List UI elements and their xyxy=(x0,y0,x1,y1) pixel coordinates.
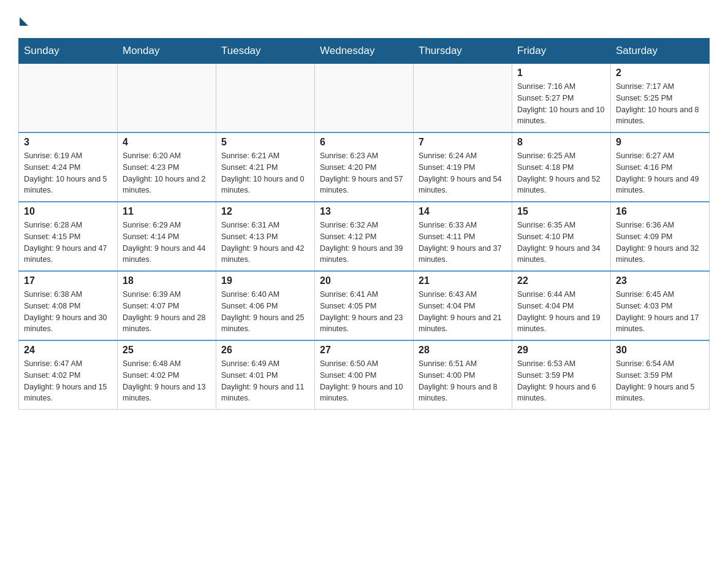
logo-arrow-icon xyxy=(20,17,28,26)
day-number: 29 xyxy=(517,345,605,356)
calendar-cell xyxy=(315,64,414,133)
calendar-cell: 13Sunrise: 6:32 AM Sunset: 4:12 PM Dayli… xyxy=(315,202,414,271)
calendar-cell: 18Sunrise: 6:39 AM Sunset: 4:07 PM Dayli… xyxy=(118,271,216,340)
calendar-cell: 8Sunrise: 6:25 AM Sunset: 4:18 PM Daylig… xyxy=(512,132,611,202)
calendar-cell: 20Sunrise: 6:41 AM Sunset: 4:05 PM Dayli… xyxy=(315,271,414,340)
day-info: Sunrise: 6:29 AM Sunset: 4:14 PM Dayligh… xyxy=(123,220,211,266)
calendar-cell xyxy=(118,64,216,133)
day-number: 10 xyxy=(24,206,112,217)
day-info: Sunrise: 6:53 AM Sunset: 3:59 PM Dayligh… xyxy=(517,358,605,404)
day-number: 11 xyxy=(123,206,211,217)
day-info: Sunrise: 6:54 AM Sunset: 3:59 PM Dayligh… xyxy=(616,358,704,404)
calendar-cell xyxy=(216,64,315,133)
day-number: 18 xyxy=(123,275,211,286)
calendar-cell: 17Sunrise: 6:38 AM Sunset: 4:08 PM Dayli… xyxy=(19,271,118,340)
day-info: Sunrise: 6:47 AM Sunset: 4:02 PM Dayligh… xyxy=(24,358,112,404)
day-number: 5 xyxy=(221,137,309,148)
calendar-cell: 26Sunrise: 6:49 AM Sunset: 4:01 PM Dayli… xyxy=(216,340,315,410)
day-number: 15 xyxy=(517,206,605,217)
day-number: 23 xyxy=(616,275,704,286)
day-info: Sunrise: 6:21 AM Sunset: 4:21 PM Dayligh… xyxy=(221,150,309,196)
day-number: 26 xyxy=(221,345,309,356)
day-number: 19 xyxy=(221,275,309,286)
calendar-week-row: 24Sunrise: 6:47 AM Sunset: 4:02 PM Dayli… xyxy=(19,340,710,410)
calendar-week-row: 17Sunrise: 6:38 AM Sunset: 4:08 PM Dayli… xyxy=(19,271,710,340)
calendar-cell: 21Sunrise: 6:43 AM Sunset: 4:04 PM Dayli… xyxy=(414,271,512,340)
day-info: Sunrise: 7:17 AM Sunset: 5:25 PM Dayligh… xyxy=(616,81,704,127)
day-info: Sunrise: 6:23 AM Sunset: 4:20 PM Dayligh… xyxy=(320,150,408,196)
day-info: Sunrise: 6:44 AM Sunset: 4:04 PM Dayligh… xyxy=(517,289,605,335)
day-number: 13 xyxy=(320,206,408,217)
calendar-weekday-saturday: Saturday xyxy=(611,39,710,64)
calendar-cell: 5Sunrise: 6:21 AM Sunset: 4:21 PM Daylig… xyxy=(216,132,315,202)
calendar-cell: 2Sunrise: 7:17 AM Sunset: 5:25 PM Daylig… xyxy=(611,64,710,133)
day-info: Sunrise: 6:27 AM Sunset: 4:16 PM Dayligh… xyxy=(616,150,704,196)
logo xyxy=(18,12,28,26)
day-info: Sunrise: 6:38 AM Sunset: 4:08 PM Dayligh… xyxy=(24,289,112,335)
day-number: 16 xyxy=(616,206,704,217)
day-info: Sunrise: 6:20 AM Sunset: 4:23 PM Dayligh… xyxy=(123,150,211,196)
calendar-cell xyxy=(414,64,512,133)
day-info: Sunrise: 6:32 AM Sunset: 4:12 PM Dayligh… xyxy=(320,220,408,266)
calendar-cell: 25Sunrise: 6:48 AM Sunset: 4:02 PM Dayli… xyxy=(118,340,216,410)
day-info: Sunrise: 6:24 AM Sunset: 4:19 PM Dayligh… xyxy=(419,150,507,196)
calendar-cell: 1Sunrise: 7:16 AM Sunset: 5:27 PM Daylig… xyxy=(512,64,611,133)
day-number: 14 xyxy=(419,206,507,217)
calendar-weekday-tuesday: Tuesday xyxy=(216,39,315,64)
calendar-cell xyxy=(19,64,118,133)
day-number: 30 xyxy=(616,345,704,356)
calendar-cell: 14Sunrise: 6:33 AM Sunset: 4:11 PM Dayli… xyxy=(414,202,512,271)
day-info: Sunrise: 6:43 AM Sunset: 4:04 PM Dayligh… xyxy=(419,289,507,335)
page-header xyxy=(18,12,710,26)
calendar-week-row: 3Sunrise: 6:19 AM Sunset: 4:24 PM Daylig… xyxy=(19,132,710,202)
calendar-cell: 24Sunrise: 6:47 AM Sunset: 4:02 PM Dayli… xyxy=(19,340,118,410)
day-number: 8 xyxy=(517,137,605,148)
day-info: Sunrise: 6:50 AM Sunset: 4:00 PM Dayligh… xyxy=(320,358,408,404)
day-number: 6 xyxy=(320,137,408,148)
day-number: 21 xyxy=(419,275,507,286)
calendar-cell: 19Sunrise: 6:40 AM Sunset: 4:06 PM Dayli… xyxy=(216,271,315,340)
day-number: 25 xyxy=(123,345,211,356)
day-number: 3 xyxy=(24,137,112,148)
day-info: Sunrise: 6:33 AM Sunset: 4:11 PM Dayligh… xyxy=(419,220,507,266)
calendar-cell: 29Sunrise: 6:53 AM Sunset: 3:59 PM Dayli… xyxy=(512,340,611,410)
day-info: Sunrise: 6:31 AM Sunset: 4:13 PM Dayligh… xyxy=(221,220,309,266)
calendar-cell: 16Sunrise: 6:36 AM Sunset: 4:09 PM Dayli… xyxy=(611,202,710,271)
day-number: 17 xyxy=(24,275,112,286)
calendar-cell: 22Sunrise: 6:44 AM Sunset: 4:04 PM Dayli… xyxy=(512,271,611,340)
day-number: 27 xyxy=(320,345,408,356)
calendar-week-row: 10Sunrise: 6:28 AM Sunset: 4:15 PM Dayli… xyxy=(19,202,710,271)
calendar-cell: 28Sunrise: 6:51 AM Sunset: 4:00 PM Dayli… xyxy=(414,340,512,410)
calendar-weekday-friday: Friday xyxy=(512,39,611,64)
calendar-cell: 6Sunrise: 6:23 AM Sunset: 4:20 PM Daylig… xyxy=(315,132,414,202)
calendar-cell: 15Sunrise: 6:35 AM Sunset: 4:10 PM Dayli… xyxy=(512,202,611,271)
calendar-cell: 4Sunrise: 6:20 AM Sunset: 4:23 PM Daylig… xyxy=(118,132,216,202)
day-number: 1 xyxy=(517,67,605,79)
day-number: 4 xyxy=(123,137,211,148)
calendar-week-row: 1Sunrise: 7:16 AM Sunset: 5:27 PM Daylig… xyxy=(19,64,710,133)
calendar-weekday-monday: Monday xyxy=(118,39,216,64)
day-number: 28 xyxy=(419,345,507,356)
calendar-cell: 23Sunrise: 6:45 AM Sunset: 4:03 PM Dayli… xyxy=(611,271,710,340)
day-info: Sunrise: 6:36 AM Sunset: 4:09 PM Dayligh… xyxy=(616,220,704,266)
calendar-header-row: SundayMondayTuesdayWednesdayThursdayFrid… xyxy=(19,39,710,64)
day-info: Sunrise: 6:39 AM Sunset: 4:07 PM Dayligh… xyxy=(123,289,211,335)
day-info: Sunrise: 7:16 AM Sunset: 5:27 PM Dayligh… xyxy=(517,81,605,127)
calendar-table: SundayMondayTuesdayWednesdayThursdayFrid… xyxy=(18,38,710,410)
calendar-cell: 10Sunrise: 6:28 AM Sunset: 4:15 PM Dayli… xyxy=(19,202,118,271)
calendar-cell: 30Sunrise: 6:54 AM Sunset: 3:59 PM Dayli… xyxy=(611,340,710,410)
day-info: Sunrise: 6:41 AM Sunset: 4:05 PM Dayligh… xyxy=(320,289,408,335)
calendar-cell: 12Sunrise: 6:31 AM Sunset: 4:13 PM Dayli… xyxy=(216,202,315,271)
day-number: 24 xyxy=(24,345,112,356)
day-info: Sunrise: 6:45 AM Sunset: 4:03 PM Dayligh… xyxy=(616,289,704,335)
day-number: 7 xyxy=(419,137,507,148)
calendar-cell: 7Sunrise: 6:24 AM Sunset: 4:19 PM Daylig… xyxy=(414,132,512,202)
day-info: Sunrise: 6:51 AM Sunset: 4:00 PM Dayligh… xyxy=(419,358,507,404)
day-info: Sunrise: 6:49 AM Sunset: 4:01 PM Dayligh… xyxy=(221,358,309,404)
day-info: Sunrise: 6:19 AM Sunset: 4:24 PM Dayligh… xyxy=(24,150,112,196)
day-number: 20 xyxy=(320,275,408,286)
calendar-cell: 11Sunrise: 6:29 AM Sunset: 4:14 PM Dayli… xyxy=(118,202,216,271)
day-info: Sunrise: 6:25 AM Sunset: 4:18 PM Dayligh… xyxy=(517,150,605,196)
day-number: 9 xyxy=(616,137,704,148)
day-number: 22 xyxy=(517,275,605,286)
